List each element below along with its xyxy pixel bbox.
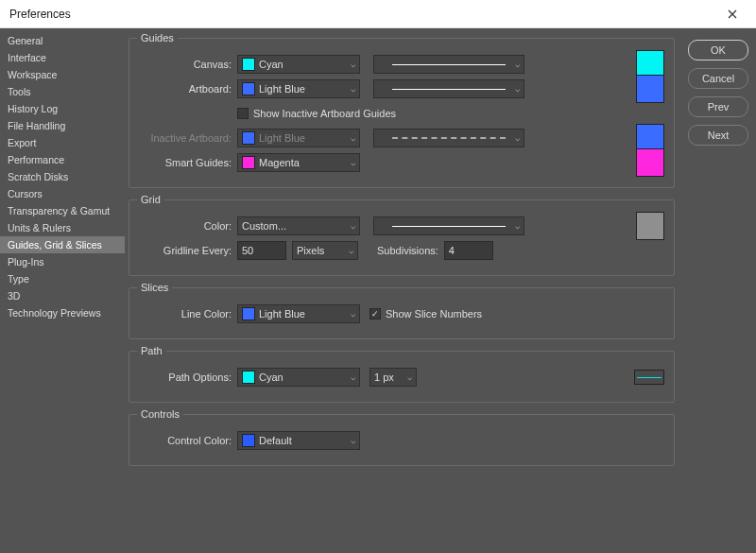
select-path-color[interactable]: Cyan ⌵ [237,368,360,387]
select-inactive-artboard-color: Light Blue ⌵ [237,129,360,147]
select-control-color[interactable]: Default ⌵ [237,431,360,450]
select-value: Pixels [297,245,324,256]
sidebar-item[interactable]: Interface [0,49,125,66]
legend-grid: Grid [137,194,164,205]
label-slice-line-color: Line Color: [137,308,232,320]
sidebar-item[interactable]: 3D [0,287,125,304]
chevron-down-icon: ⌵ [349,246,353,255]
select-slice-line-color[interactable]: Light Blue ⌵ [237,304,360,323]
legend-controls: Controls [137,408,183,420]
chevron-down-icon: ⌵ [515,133,520,143]
select-smart-guides-color[interactable]: Magenta ⌵ [237,153,360,172]
swatch-icon [242,82,255,95]
chevron-down-icon: ⌵ [515,221,520,231]
sidebar-item[interactable]: Transparency & Gamut [0,202,125,219]
chevron-down-icon: ⌵ [351,221,355,231]
select-canvas-linestyle[interactable]: ⌵ [373,55,524,74]
select-value: Cyan [259,372,284,383]
sidebar-item[interactable]: Workspace [0,66,125,83]
swatch-artboard[interactable] [636,75,664,103]
swatch-icon [242,131,255,145]
label-canvas: Canvas: [137,59,232,70]
select-artboard-linestyle[interactable]: ⌵ [373,79,524,98]
select-gridline-unit[interactable]: Pixels ⌵ [292,241,358,260]
swatch-icon [242,58,255,71]
swatch-icon [242,307,255,320]
select-value: Light Blue [259,308,305,320]
swatch-smart[interactable] [636,148,664,177]
cancel-button[interactable]: Cancel [688,68,748,89]
select-value: Light Blue [259,132,305,144]
next-button[interactable]: Next [688,125,748,146]
sidebar-item[interactable]: Guides, Grid & Slices [0,236,125,253]
select-value: Custom... [242,220,286,232]
group-guides: Guides Canvas: Cyan ⌵ ⌵ Artboard: [129,32,675,188]
select-canvas-color[interactable]: Cyan ⌵ [237,55,360,74]
chevron-down-icon: ⌵ [407,372,412,382]
sidebar-item[interactable]: Export [0,134,125,151]
label-smart-guides: Smart Guides: [137,157,232,168]
button-column: OK Cancel Prev Next [680,28,756,553]
group-controls: Controls Control Color: Default ⌵ [129,408,675,466]
dialog-title: Preferences [9,8,718,21]
select-value: 1 px [374,372,394,383]
select-value: Magenta [259,157,300,168]
label-grid-color: Color: [137,220,232,232]
close-icon [728,9,737,19]
group-slices: Slices Line Color: Light Blue ⌵ ✓ Show S… [129,282,675,339]
sidebar-item[interactable]: Scratch Disks [0,168,125,185]
select-grid-color[interactable]: Custom... ⌵ [237,216,360,235]
legend-slices: Slices [137,282,172,293]
swatch-icon [242,156,255,169]
prev-button[interactable]: Prev [688,96,748,117]
select-inactive-linestyle: ⌵ [373,129,524,147]
swatch-icon [242,371,255,384]
label-inactive-artboard: Inactive Artboard: [137,132,232,144]
select-artboard-color[interactable]: Light Blue ⌵ [237,79,360,98]
sidebar-item[interactable]: History Log [0,100,125,117]
titlebar: Preferences [0,0,756,28]
dialog-body: GeneralInterfaceWorkspaceToolsHistory Lo… [0,28,756,553]
checkbox-box: ✓ [369,308,381,320]
main-panel: Guides Canvas: Cyan ⌵ ⌵ Artboard: [125,28,680,553]
select-value: Default [259,435,292,446]
chevron-down-icon: ⌵ [351,309,355,319]
input-subdivisions[interactable] [444,241,493,260]
chevron-down-icon: ⌵ [351,372,355,382]
input-gridline-every[interactable] [237,241,286,260]
sidebar-item[interactable]: Performance [0,151,125,168]
label-artboard: Artboard: [137,83,232,95]
legend-guides: Guides [137,32,178,43]
checkbox-box [237,108,249,119]
legend-path: Path [137,345,166,356]
chevron-down-icon: ⌵ [351,84,355,94]
checkbox-show-slice-numbers[interactable]: ✓ Show Slice Numbers [369,308,482,320]
chevron-down-icon: ⌵ [515,84,520,94]
close-button[interactable] [718,0,747,28]
chevron-down-icon: ⌵ [351,158,355,167]
sidebar-item[interactable]: Technology Previews [0,304,125,321]
sidebar-item[interactable]: Type [0,270,125,287]
label-control-color: Control Color: [137,435,232,446]
label-gridline-every: Gridline Every: [137,245,232,256]
select-path-width[interactable]: 1 px ⌵ [369,368,417,387]
sidebar-item[interactable]: Tools [0,83,125,100]
swatch-path-preview [634,370,664,385]
swatch-grid[interactable] [636,212,664,240]
label-path-options: Path Options: [137,372,232,383]
sidebar-item[interactable]: File Handling [0,117,125,134]
sidebar-item[interactable]: Cursors [0,185,125,202]
chevron-down-icon: ⌵ [351,436,355,445]
sidebar-item[interactable]: Plug-Ins [0,253,125,270]
group-grid: Grid Color: Custom... ⌵ ⌵ Gridline Every… [129,194,675,276]
sidebar-item[interactable]: General [0,32,125,49]
ok-button[interactable]: OK [688,40,748,60]
chevron-down-icon: ⌵ [351,133,355,143]
chevron-down-icon: ⌵ [515,60,520,69]
sidebar-item[interactable]: Units & Rulers [0,219,125,236]
checkbox-show-inactive[interactable]: Show Inactive Artboard Guides [237,108,396,119]
label-subdivisions: Subdivisions: [377,245,438,256]
select-grid-linestyle[interactable]: ⌵ [373,216,524,235]
select-value: Cyan [259,59,284,70]
preferences-dialog: Preferences GeneralInterfaceWorkspaceToo… [0,0,756,553]
